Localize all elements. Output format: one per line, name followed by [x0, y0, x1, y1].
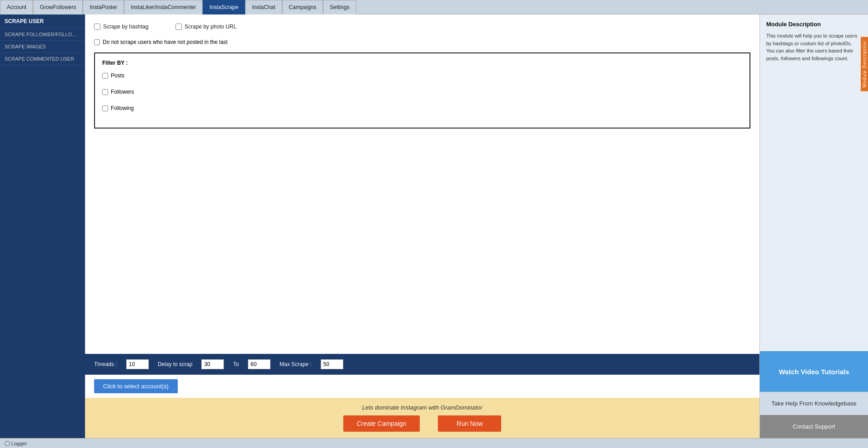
top-nav: Account GrowFollowers InstaPoster InstaL… [0, 0, 868, 14]
tab-insta-poster[interactable]: InstaPoster [83, 0, 124, 14]
filter-posts-item: Posts [102, 72, 742, 79]
status-label: Logger [11, 441, 27, 446]
knowledgebase-button[interactable]: Take Help From Knowledgebase [760, 392, 868, 415]
scrape-by-hashtag-checkbox[interactable] [94, 24, 100, 30]
logger-icon: ◯ [5, 440, 10, 446]
tab-insta-chat[interactable]: InstaChat [245, 0, 282, 14]
run-now-button[interactable]: Run Now [438, 415, 501, 432]
content-area: Scrape by hashtag Scrape by photo URL Do… [85, 14, 759, 438]
create-campaign-button[interactable]: Create Campaign [343, 415, 420, 432]
filter-followers-label: Followers [111, 89, 134, 95]
delay-to-input[interactable] [248, 359, 270, 369]
campaign-tagline: Lets dominate Instagram with GramDominat… [362, 404, 483, 411]
right-panel-wrapper: Module Description This module will help… [759, 14, 868, 438]
sidebar-item-scrape-images[interactable]: SCRAPE IMAGES [0, 41, 85, 53]
module-side-label: Module Description [861, 37, 868, 91]
no-scrape-row: Do not scrape users who have not posted … [94, 39, 750, 45]
do-not-scrape-label: Do not scrape users who have not posted … [103, 39, 228, 45]
delay-label: Delay to scrap [158, 361, 193, 367]
filter-following-checkbox[interactable] [102, 105, 108, 111]
delay-from-input[interactable] [201, 359, 224, 369]
scrape-by-hashtag-label[interactable]: Scrape by hashtag [94, 24, 148, 30]
sidebar-item-scrape-commented[interactable]: SCRAPE COMMENTED USER [0, 53, 85, 65]
scrape-by-photo-url-label[interactable]: Scrape by photo URL [175, 24, 237, 30]
filter-by-title: Filter BY : [102, 60, 742, 66]
scrape-options: Scrape by hashtag Scrape by photo URL [94, 24, 750, 30]
module-description-title: Module Description [766, 21, 862, 28]
campaign-footer-buttons: Create Campaign Run Now [94, 415, 750, 432]
right-panel: Module Description This module will help… [759, 14, 868, 438]
sidebar-item-scrape-follower[interactable]: SCRAPE FOLLOWER/FOLLO... [0, 29, 85, 41]
sidebar: SCRAPE USER SCRAPE FOLLOWER/FOLLO... SCR… [0, 14, 85, 438]
filter-posts-label: Posts [111, 72, 124, 79]
contact-support-button[interactable]: Contact Support [760, 415, 868, 438]
filter-following-label: Following [111, 105, 134, 111]
tab-grow-followers[interactable]: GrowFollowers [33, 0, 83, 14]
tab-campaigns[interactable]: Campaigns [282, 0, 323, 14]
tab-account[interactable]: Account [0, 0, 33, 14]
do-not-scrape-checkbox[interactable] [94, 39, 100, 45]
campaign-footer: Lets dominate Instagram with GramDominat… [85, 398, 759, 438]
filter-posts-checkbox[interactable] [102, 73, 108, 79]
max-scrape-input[interactable] [321, 359, 343, 369]
bottom-bar: Threads : Delay to scrap To Max Scrape : [85, 354, 759, 375]
watch-tutorials-button[interactable]: Watch Video Tutorials [760, 351, 868, 392]
tab-insta-liker[interactable]: InstaLiker/InstaCommenter [124, 0, 203, 14]
filter-followers-checkbox[interactable] [102, 89, 108, 95]
to-label: To [233, 361, 239, 367]
filter-following-item: Following [102, 105, 742, 111]
status-bar: ◯ Logger [0, 438, 868, 448]
max-scrape-label: Max Scrape : [280, 361, 312, 367]
module-description: Module Description This module will help… [760, 14, 868, 351]
filter-section: Filter BY : Posts Followers Following [94, 52, 750, 129]
main-layout: SCRAPE USER SCRAPE FOLLOWER/FOLLO... SCR… [0, 14, 868, 438]
module-description-text: This module will help you to scrape user… [766, 32, 862, 62]
sidebar-header: SCRAPE USER [0, 14, 85, 29]
tab-insta-scrape[interactable]: InstaScrape [203, 0, 245, 14]
threads-label: Threads : [94, 361, 117, 367]
select-account-row: Click to select account(s) [85, 375, 759, 398]
threads-input[interactable] [126, 359, 149, 369]
form-area: Scrape by hashtag Scrape by photo URL Do… [85, 14, 759, 354]
filter-followers-item: Followers [102, 89, 742, 95]
select-account-button[interactable]: Click to select account(s) [94, 379, 178, 393]
scrape-by-photo-url-checkbox[interactable] [175, 24, 182, 30]
tab-settings[interactable]: Settings [323, 0, 356, 14]
